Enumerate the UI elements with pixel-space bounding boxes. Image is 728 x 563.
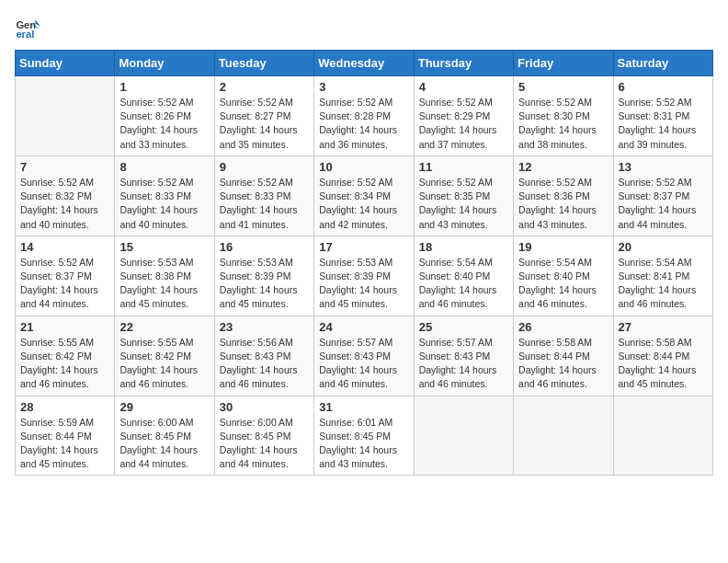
day-info: Sunrise: 6:01 AM Sunset: 8:45 PM Dayligh…: [319, 416, 408, 472]
day-info: Sunrise: 5:57 AM Sunset: 8:43 PM Dayligh…: [419, 336, 508, 392]
calendar-cell: 28Sunrise: 5:59 AM Sunset: 8:44 PM Dayli…: [16, 396, 115, 476]
day-number: 7: [20, 160, 109, 174]
calendar-cell: 3Sunrise: 5:52 AM Sunset: 8:28 PM Daylig…: [314, 76, 414, 156]
day-info: Sunrise: 5:55 AM Sunset: 8:42 PM Dayligh…: [20, 336, 109, 392]
day-number: 19: [518, 240, 608, 254]
weekday-header-wednesday: Wednesday: [314, 51, 414, 76]
calendar-cell: 7Sunrise: 5:52 AM Sunset: 8:32 PM Daylig…: [16, 155, 115, 236]
calendar-cell: 27Sunrise: 5:58 AM Sunset: 8:44 PM Dayli…: [613, 316, 712, 396]
page-header: Gen eral: [15, 15, 713, 40]
calendar-cell: 17Sunrise: 5:53 AM Sunset: 8:39 PM Dayli…: [314, 236, 414, 316]
calendar-cell: 29Sunrise: 6:00 AM Sunset: 8:45 PM Dayli…: [115, 396, 214, 476]
day-number: 31: [319, 400, 408, 414]
day-info: Sunrise: 5:52 AM Sunset: 8:36 PM Dayligh…: [518, 176, 608, 232]
calendar-cell: 25Sunrise: 5:57 AM Sunset: 8:43 PM Dayli…: [414, 316, 513, 396]
calendar-cell: 5Sunrise: 5:52 AM Sunset: 8:30 PM Daylig…: [514, 76, 613, 156]
day-info: Sunrise: 5:52 AM Sunset: 8:35 PM Dayligh…: [419, 176, 508, 232]
day-number: 23: [220, 320, 309, 334]
day-number: 28: [20, 400, 109, 414]
day-number: 21: [20, 320, 109, 334]
calendar-cell: 15Sunrise: 5:53 AM Sunset: 8:38 PM Dayli…: [115, 236, 214, 316]
calendar-cell: 10Sunrise: 5:52 AM Sunset: 8:34 PM Dayli…: [314, 155, 414, 236]
day-info: Sunrise: 5:59 AM Sunset: 8:44 PM Dayligh…: [20, 416, 109, 472]
day-info: Sunrise: 5:53 AM Sunset: 8:39 PM Dayligh…: [220, 256, 309, 312]
day-number: 12: [518, 160, 608, 174]
weekday-header-friday: Friday: [514, 51, 613, 76]
day-number: 29: [119, 400, 209, 414]
calendar-cell: 23Sunrise: 5:56 AM Sunset: 8:43 PM Dayli…: [214, 316, 313, 396]
day-info: Sunrise: 5:55 AM Sunset: 8:42 PM Dayligh…: [119, 336, 209, 392]
calendar-cell: 12Sunrise: 5:52 AM Sunset: 8:36 PM Dayli…: [514, 155, 613, 236]
day-number: 4: [419, 80, 508, 94]
calendar-cell: [16, 76, 115, 156]
calendar-cell: 14Sunrise: 5:52 AM Sunset: 8:37 PM Dayli…: [16, 236, 115, 316]
day-info: Sunrise: 5:52 AM Sunset: 8:30 PM Dayligh…: [518, 96, 608, 152]
day-info: Sunrise: 5:52 AM Sunset: 8:27 PM Dayligh…: [220, 96, 309, 152]
calendar-cell: 11Sunrise: 5:52 AM Sunset: 8:35 PM Dayli…: [414, 155, 513, 236]
day-info: Sunrise: 5:54 AM Sunset: 8:40 PM Dayligh…: [419, 256, 508, 312]
day-info: Sunrise: 5:52 AM Sunset: 8:32 PM Dayligh…: [20, 176, 109, 232]
day-number: 5: [518, 80, 608, 94]
weekday-header-monday: Monday: [115, 51, 214, 76]
day-number: 14: [20, 240, 109, 254]
day-info: Sunrise: 5:54 AM Sunset: 8:40 PM Dayligh…: [518, 256, 608, 312]
day-info: Sunrise: 5:56 AM Sunset: 8:43 PM Dayligh…: [220, 336, 309, 392]
day-number: 22: [119, 320, 209, 334]
day-info: Sunrise: 5:52 AM Sunset: 8:31 PM Dayligh…: [619, 96, 708, 152]
calendar-cell: 18Sunrise: 5:54 AM Sunset: 8:40 PM Dayli…: [414, 236, 513, 316]
calendar-cell: 20Sunrise: 5:54 AM Sunset: 8:41 PM Dayli…: [613, 236, 712, 316]
day-number: 20: [619, 240, 708, 254]
day-info: Sunrise: 5:52 AM Sunset: 8:34 PM Dayligh…: [319, 176, 408, 232]
calendar-cell: 24Sunrise: 5:57 AM Sunset: 8:43 PM Dayli…: [314, 316, 414, 396]
day-info: Sunrise: 5:57 AM Sunset: 8:43 PM Dayligh…: [319, 336, 408, 392]
day-info: Sunrise: 5:54 AM Sunset: 8:41 PM Dayligh…: [619, 256, 708, 312]
day-number: 17: [319, 240, 408, 254]
day-number: 1: [119, 80, 209, 94]
calendar-cell: 8Sunrise: 5:52 AM Sunset: 8:33 PM Daylig…: [115, 155, 214, 236]
calendar-week-2: 7Sunrise: 5:52 AM Sunset: 8:32 PM Daylig…: [16, 155, 713, 236]
weekday-header-sunday: Sunday: [16, 51, 115, 76]
day-info: Sunrise: 5:53 AM Sunset: 8:38 PM Dayligh…: [119, 256, 209, 312]
day-number: 2: [220, 80, 309, 94]
day-info: Sunrise: 5:53 AM Sunset: 8:39 PM Dayligh…: [319, 256, 408, 312]
calendar-cell: 26Sunrise: 5:58 AM Sunset: 8:44 PM Dayli…: [514, 316, 613, 396]
day-number: 18: [419, 240, 508, 254]
day-info: Sunrise: 5:58 AM Sunset: 8:44 PM Dayligh…: [619, 336, 708, 392]
calendar-week-5: 28Sunrise: 5:59 AM Sunset: 8:44 PM Dayli…: [16, 396, 713, 476]
calendar-cell: 16Sunrise: 5:53 AM Sunset: 8:39 PM Dayli…: [214, 236, 313, 316]
calendar-week-4: 21Sunrise: 5:55 AM Sunset: 8:42 PM Dayli…: [16, 316, 713, 396]
svg-marker-2: [35, 20, 40, 27]
calendar-week-3: 14Sunrise: 5:52 AM Sunset: 8:37 PM Dayli…: [16, 236, 713, 316]
day-number: 11: [419, 160, 508, 174]
day-info: Sunrise: 5:52 AM Sunset: 8:28 PM Dayligh…: [319, 96, 408, 152]
day-number: 25: [419, 320, 508, 334]
weekday-header-tuesday: Tuesday: [214, 51, 313, 76]
day-number: 26: [518, 320, 608, 334]
day-number: 10: [319, 160, 408, 174]
day-number: 15: [119, 240, 209, 254]
day-number: 13: [619, 160, 708, 174]
calendar-cell: 30Sunrise: 6:00 AM Sunset: 8:45 PM Dayli…: [214, 396, 313, 476]
day-info: Sunrise: 5:52 AM Sunset: 8:33 PM Dayligh…: [119, 176, 209, 232]
day-info: Sunrise: 6:00 AM Sunset: 8:45 PM Dayligh…: [220, 416, 309, 472]
weekday-header-row: SundayMondayTuesdayWednesdayThursdayFrid…: [16, 51, 713, 76]
day-info: Sunrise: 5:58 AM Sunset: 8:44 PM Dayligh…: [518, 336, 608, 392]
day-number: 6: [619, 80, 708, 94]
calendar-cell: [613, 396, 712, 476]
calendar-table: SundayMondayTuesdayWednesdayThursdayFrid…: [15, 50, 713, 476]
weekday-header-saturday: Saturday: [613, 51, 712, 76]
calendar-cell: 31Sunrise: 6:01 AM Sunset: 8:45 PM Dayli…: [314, 396, 414, 476]
calendar-cell: 4Sunrise: 5:52 AM Sunset: 8:29 PM Daylig…: [414, 76, 513, 156]
calendar-week-1: 1Sunrise: 5:52 AM Sunset: 8:26 PM Daylig…: [16, 76, 713, 156]
calendar-cell: 13Sunrise: 5:52 AM Sunset: 8:37 PM Dayli…: [613, 155, 712, 236]
calendar-cell: 2Sunrise: 5:52 AM Sunset: 8:27 PM Daylig…: [214, 76, 313, 156]
day-number: 27: [619, 320, 708, 334]
calendar-cell: 9Sunrise: 5:52 AM Sunset: 8:33 PM Daylig…: [214, 155, 313, 236]
day-number: 3: [319, 80, 408, 94]
day-info: Sunrise: 5:52 AM Sunset: 8:33 PM Dayligh…: [220, 176, 309, 232]
calendar-cell: 22Sunrise: 5:55 AM Sunset: 8:42 PM Dayli…: [115, 316, 214, 396]
logo-icon: Gen eral: [15, 15, 40, 40]
svg-text:eral: eral: [16, 29, 34, 40]
day-number: 24: [319, 320, 408, 334]
day-info: Sunrise: 5:52 AM Sunset: 8:37 PM Dayligh…: [20, 256, 109, 312]
